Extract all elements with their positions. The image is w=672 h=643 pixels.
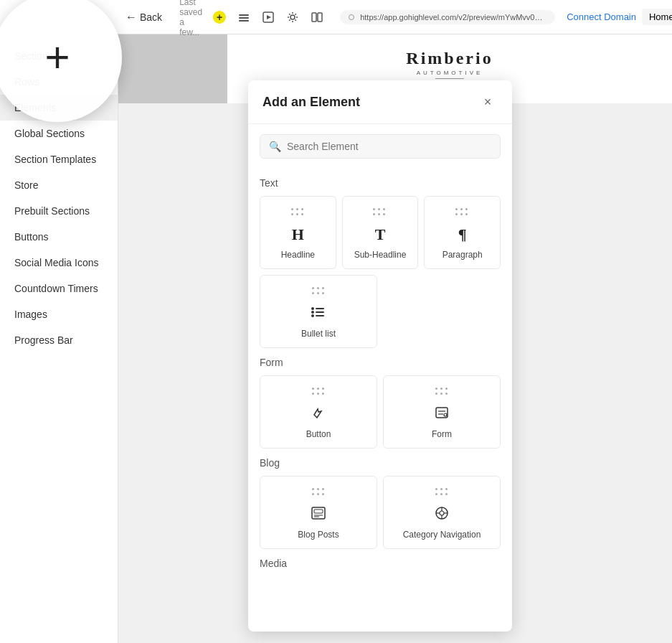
add-element-panel: Add an Element × 🔍 Text	[248, 80, 512, 632]
sidebar-item-section-templates[interactable]: Section Templates	[0, 146, 118, 172]
blog-section-label: Blog	[260, 457, 501, 469]
svg-rect-28	[314, 510, 323, 513]
sub-headline-label: Sub-Headline	[354, 250, 407, 260]
add-circle-plus-icon: +	[44, 36, 70, 79]
form-section-label: Form	[260, 357, 501, 368]
dots-decoration	[312, 388, 326, 396]
button-element-icon	[311, 405, 326, 423]
svg-point-20	[311, 314, 314, 317]
url-secure-icon	[349, 14, 354, 20]
split-view-icon[interactable]	[306, 6, 328, 29]
panel-title: Add an Element	[262, 95, 360, 110]
dots-decoration	[312, 488, 326, 497]
connect-domain-link[interactable]: Connect Domain	[567, 11, 636, 22]
svg-rect-7	[318, 13, 322, 22]
svg-rect-2	[239, 20, 249, 22]
settings-icon[interactable]	[281, 6, 304, 29]
dots-decoration	[291, 208, 305, 217]
sidebar: Sections Rows Elements Global Sections S…	[0, 34, 118, 643]
bullet-list-label: Bullet list	[301, 329, 336, 339]
back-arrow-icon: ←	[126, 11, 137, 24]
blog-elements-grid: Blog Posts	[260, 476, 501, 549]
sidebar-item-global-sections[interactable]: Global Sections	[0, 121, 118, 146]
svg-point-18	[311, 311, 314, 314]
dots-decoration	[455, 208, 469, 217]
dots-decoration	[373, 208, 387, 217]
sidebar-item-prebuilt-sections[interactable]: Prebuilt Sections	[0, 198, 118, 224]
layers-icon[interactable]	[232, 6, 255, 29]
paragraph-card[interactable]: ¶ Paragraph	[424, 196, 501, 269]
panel-header: Add an Element ×	[248, 80, 512, 124]
sidebar-item-progress-bar[interactable]: Progress Bar	[0, 327, 118, 353]
toolbar-icons: +	[208, 6, 328, 29]
close-icon: ×	[484, 95, 492, 110]
svg-rect-6	[312, 13, 316, 22]
category-navigation-icon	[434, 505, 450, 524]
bullet-list-card[interactable]: Bullet list	[260, 275, 377, 348]
sidebar-item-social-media-icons[interactable]: Social Media Icons	[0, 250, 118, 276]
category-navigation-card[interactable]: Category Navigation	[383, 476, 501, 549]
form-element-icon	[434, 405, 450, 423]
media-section-label: Media	[260, 558, 501, 569]
url-bar[interactable]: https://app.gohighlevel.com/v2/preview/m…	[340, 10, 555, 24]
text-section-label: Text	[260, 177, 501, 189]
home-dropdown[interactable]: Home ▼	[642, 9, 672, 25]
svg-rect-1	[239, 17, 249, 19]
blog-posts-icon	[311, 505, 326, 524]
svg-rect-21	[316, 315, 324, 316]
close-button[interactable]: ×	[478, 92, 498, 112]
search-bar[interactable]: 🔍	[260, 134, 501, 159]
home-label: Home	[649, 11, 672, 22]
paragraph-icon: ¶	[458, 225, 467, 244]
add-element-panel-overlay: Add an Element × 🔍 Text	[237, 69, 524, 643]
dots-decoration	[312, 287, 326, 296]
dots-decoration	[435, 488, 449, 497]
svg-point-16	[311, 307, 314, 310]
category-navigation-label: Category Navigation	[403, 530, 481, 540]
back-button[interactable]: ← Back	[120, 8, 168, 27]
add-toolbar-icon[interactable]: +	[208, 6, 231, 29]
back-label: Back	[140, 11, 162, 23]
preview-icon[interactable]	[257, 6, 280, 29]
bullet-list-icon	[311, 304, 326, 323]
button-element-label: Button	[306, 429, 331, 439]
dots-decoration	[435, 388, 449, 396]
last-saved-text: Last saved a few...	[179, 0, 202, 37]
canvas-panel-area: Rimberio AUTOMOTIVE 2023	[118, 34, 672, 643]
top-bar: + ← Back Last saved a few... +	[0, 0, 672, 34]
form-element-label: Form	[432, 429, 452, 439]
brand-logo: Rimberio	[242, 49, 658, 68]
blog-posts-card[interactable]: Blog Posts	[260, 476, 377, 549]
sidebar-item-countdown-timers[interactable]: Countdown Timers	[0, 276, 118, 301]
sidebar-item-store[interactable]: Store	[0, 172, 118, 198]
button-card[interactable]: Button	[260, 375, 377, 449]
form-elements-grid: Button	[260, 375, 501, 449]
headline-label: Headline	[281, 250, 315, 260]
text-elements-grid2: Bullet list	[260, 275, 501, 348]
main-content: Sections Rows Elements Global Sections S…	[0, 34, 672, 643]
sub-headline-card[interactable]: T Sub-Headline	[342, 196, 419, 269]
elements-scroll[interactable]: Text H Headline	[248, 169, 512, 632]
headline-card[interactable]: H Headline	[260, 196, 336, 269]
svg-rect-19	[316, 311, 324, 313]
text-second-row: Bullet list	[260, 275, 501, 348]
svg-point-5	[290, 15, 295, 19]
paragraph-label: Paragraph	[443, 250, 483, 260]
sidebar-item-buttons[interactable]: Buttons	[0, 224, 118, 250]
svg-point-32	[440, 511, 444, 515]
sidebar-item-images[interactable]: Images	[0, 301, 118, 327]
svg-rect-17	[316, 308, 324, 309]
svg-marker-4	[267, 15, 271, 19]
url-text: https://app.gohighlevel.com/v2/preview/m…	[360, 13, 546, 22]
sub-headline-icon: T	[375, 225, 386, 244]
search-input[interactable]	[287, 141, 491, 152]
search-icon: 🔍	[269, 141, 281, 152]
svg-rect-0	[239, 14, 249, 16]
blog-posts-label: Blog Posts	[298, 530, 339, 540]
headline-icon: H	[292, 225, 304, 244]
form-card[interactable]: Form	[383, 375, 501, 449]
text-elements-grid: H Headline T Sub-Headline	[260, 196, 501, 269]
